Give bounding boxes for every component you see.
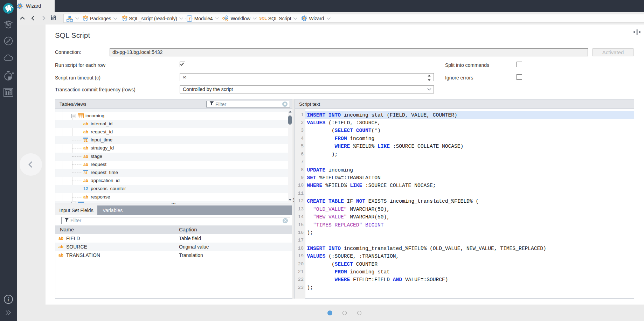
svg-text:f: f [189,16,191,21]
svg-text:i: i [8,296,9,302]
